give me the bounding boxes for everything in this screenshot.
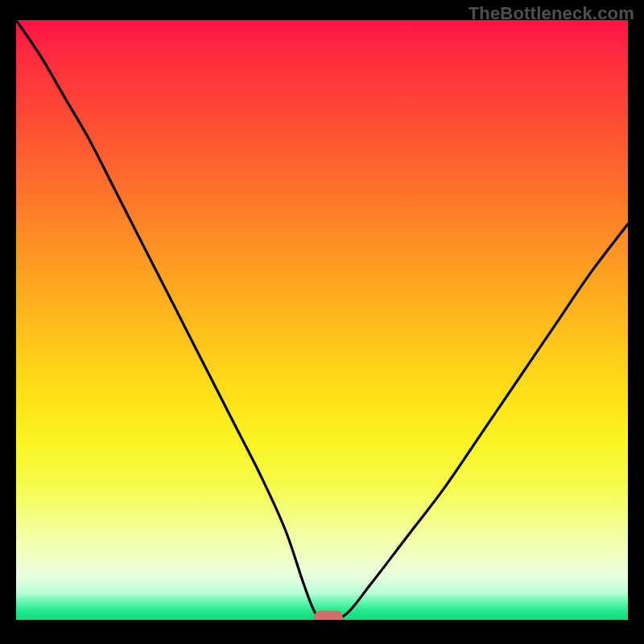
plot-area — [16, 20, 628, 620]
chart-frame: TheBottleneck.com — [0, 0, 644, 644]
optimal-marker — [314, 611, 343, 621]
watermark-text: TheBottleneck.com — [469, 3, 634, 24]
bottleneck-curve — [16, 20, 628, 620]
